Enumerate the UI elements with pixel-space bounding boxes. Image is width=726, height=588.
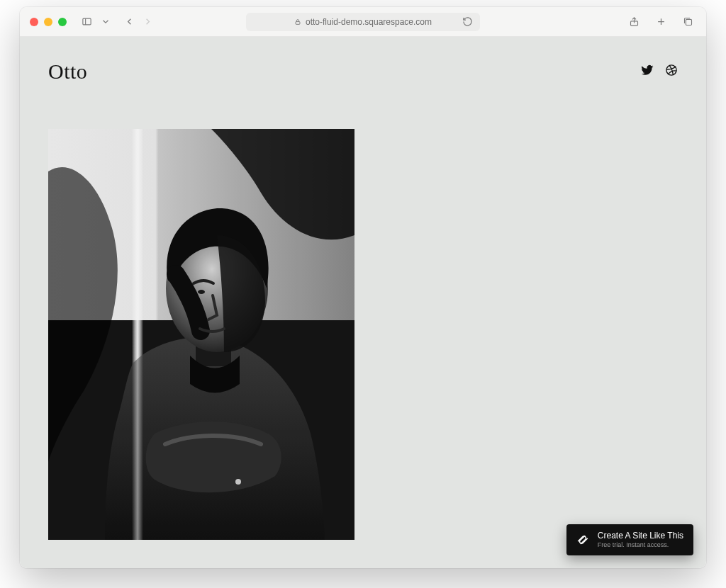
twitter-link[interactable]: [641, 64, 654, 79]
browser-titlebar: otto-fluid-demo.squarespace.com: [20, 7, 706, 37]
window-controls: [30, 18, 67, 26]
squarespace-cta[interactable]: Create A Site Like This Free trial. Inst…: [566, 524, 693, 555]
cta-title: Create A Site Like This: [598, 531, 683, 541]
svg-point-7: [666, 65, 676, 75]
dribbble-link[interactable]: [665, 64, 678, 79]
browser-window: otto-fluid-demo.squarespace.com: [20, 7, 706, 568]
tab-overview-button[interactable]: [679, 13, 696, 30]
close-window-button[interactable]: [30, 18, 38, 26]
address-text: otto-fluid-demo.squarespace.com: [306, 17, 432, 27]
reload-button[interactable]: [459, 13, 476, 30]
back-button[interactable]: [121, 13, 138, 30]
svg-rect-2: [296, 21, 300, 24]
forward-button[interactable]: [139, 13, 156, 30]
twitter-icon: [641, 64, 654, 79]
svg-rect-6: [686, 19, 691, 25]
dribbble-icon: [665, 64, 678, 79]
tab-group-dropdown[interactable]: [101, 13, 111, 30]
fullscreen-window-button[interactable]: [58, 18, 67, 26]
cta-subtitle: Free trial. Instant access.: [598, 541, 683, 548]
address-bar[interactable]: otto-fluid-demo.squarespace.com: [246, 13, 480, 31]
social-links: [641, 64, 678, 79]
page-content: Otto: [20, 37, 706, 568]
lock-icon: [294, 18, 301, 26]
site-header: Otto: [20, 37, 706, 91]
share-button[interactable]: [625, 13, 642, 30]
squarespace-icon: [575, 532, 591, 548]
svg-rect-0: [82, 18, 90, 25]
sidebar-toggle-button[interactable]: [78, 13, 95, 30]
minimize-window-button[interactable]: [44, 18, 52, 26]
cta-text: Create A Site Like This Free trial. Inst…: [598, 531, 683, 548]
svg-rect-16: [48, 129, 354, 540]
new-tab-button[interactable]: [652, 13, 669, 30]
site-logo[interactable]: Otto: [48, 60, 87, 84]
hero-image: [48, 129, 354, 540]
